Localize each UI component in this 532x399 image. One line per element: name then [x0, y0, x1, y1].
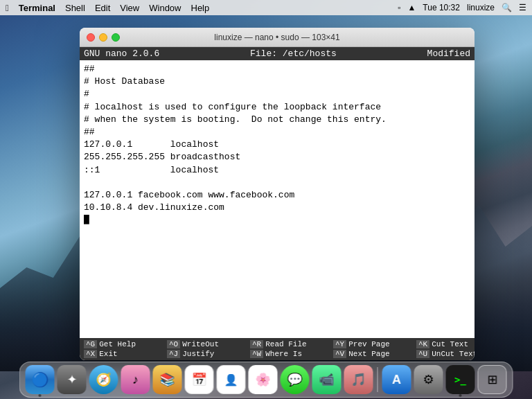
menu-window[interactable]: Window: [149, 3, 181, 13]
dock-finder[interactable]: 🔵: [26, 365, 55, 394]
shortcut-key-w: ^W: [250, 350, 263, 358]
nano-modified: Modified: [427, 48, 470, 59]
shortcut-label-readfile: Read File: [265, 340, 306, 348]
dock-ibooks[interactable]: 📚: [153, 365, 182, 394]
minimize-button[interactable]: [99, 33, 107, 42]
shortcut-key-r: ^R: [250, 340, 263, 348]
shortcut-label-exit: Exit: [99, 350, 117, 358]
desktop:  Terminal Shell Edit View Window Help ▫…: [0, 0, 532, 399]
shortcut-key-k: ^K: [416, 340, 429, 348]
shortcut-next-page: ^V Next Page: [332, 349, 415, 359]
shortcut-key-j: ^J: [167, 350, 180, 358]
shortcut-label-writeout: WriteOut: [182, 340, 219, 348]
menu-icon[interactable]: ☰: [519, 3, 526, 12]
terminal-window: linuxize — nano • sudo — 103×41 GNU nano…: [80, 28, 475, 360]
shortcut-key-u: ^U: [416, 350, 429, 358]
dock-grid[interactable]: ⊞: [478, 365, 507, 394]
nano-version: GNU nano 2.0.6: [84, 48, 159, 59]
menu-terminal[interactable]: Terminal: [19, 3, 55, 13]
shortcut-key-x: ^X: [84, 350, 97, 358]
dock-terminal[interactable]: >_: [446, 365, 475, 394]
dock-contacts[interactable]: 👤: [217, 365, 246, 394]
menubar:  Terminal Shell Edit View Window Help ▫…: [0, 0, 532, 15]
close-button[interactable]: [87, 33, 95, 42]
menu-view[interactable]: View: [120, 3, 139, 13]
nano-footer: ^G Get Help ^O WriteOut ^R Read File ^Y …: [80, 338, 475, 360]
dock-appstore[interactable]: A: [382, 365, 411, 394]
dock-systemprefs[interactable]: ⚙: [414, 365, 443, 394]
shortcut-label-cuttext: Cut Text: [432, 340, 468, 348]
screen-share-icon: ▫️: [398, 3, 400, 12]
shortcut-label-whereis: Where Is: [265, 350, 302, 358]
terminal-titlebar: linuxize — nano • sudo — 103×41: [80, 28, 475, 47]
menubar-left:  Terminal Shell Edit View Window Help: [6, 3, 209, 13]
menubar-right: ▫️ ▲ Tue 10:32 linuxize 🔍 ☰: [398, 3, 526, 12]
nano-filename: File: /etc/hosts: [250, 48, 337, 59]
dock: 🔵 ✦ 🧭 ♪ 📚 📅 👤 🌸 💬: [19, 362, 513, 398]
shortcut-where-is: ^W Where Is: [249, 349, 332, 359]
shortcut-key-y: ^Y: [333, 340, 346, 348]
search-icon[interactable]: 🔍: [502, 3, 512, 12]
shortcut-row-2: ^X Exit ^J Justify ^W Where Is ^V Next P…: [82, 349, 472, 359]
shortcut-uncut-text: ^U UnCut Text: [415, 349, 475, 359]
dock-calendar[interactable]: 📅: [185, 365, 214, 394]
menu-help[interactable]: Help: [191, 3, 210, 13]
shortcut-get-help: ^G Get Help: [82, 339, 166, 349]
window-title: linuxize — nano • sudo — 103×41: [214, 33, 339, 42]
file-content: ## # Host Database # # localhost is used…: [84, 63, 470, 227]
nano-header: GNU nano 2.0.6 File: /etc/hosts Modified: [80, 47, 475, 60]
shortcut-exit: ^X Exit: [82, 349, 166, 359]
shortcut-read-file: ^R Read File: [249, 339, 332, 349]
shortcut-writeout: ^O WriteOut: [166, 339, 249, 349]
traffic-lights: [87, 33, 120, 42]
dock-launchpad[interactable]: ✦: [57, 365, 87, 394]
nano-content-area[interactable]: ## # Host Database # # localhost is used…: [80, 60, 475, 338]
shortcut-key-g: ^G: [84, 340, 97, 348]
dock-divider: [378, 367, 378, 392]
shortcut-prev-page: ^Y Prev Page: [332, 339, 415, 349]
clock: Tue 10:32: [423, 3, 460, 12]
dock-itunes[interactable]: ♪: [121, 365, 150, 394]
wifi-icon: ▲: [407, 3, 416, 12]
finder-active-dot: [39, 394, 42, 397]
dock-messages[interactable]: 💬: [281, 365, 310, 394]
dock-photos[interactable]: 🌸: [249, 365, 278, 394]
shortcut-label-nextpage: Next Page: [348, 350, 389, 358]
apple-menu[interactable]: : [6, 3, 9, 13]
menu-edit[interactable]: Edit: [95, 3, 110, 13]
terminal-active-dot: [459, 394, 462, 397]
menu-shell[interactable]: Shell: [65, 3, 85, 13]
username: linuxize: [467, 3, 495, 12]
dock-safari[interactable]: 🧭: [89, 365, 118, 394]
dock-music[interactable]: 🎵: [344, 365, 373, 394]
dock-facetime[interactable]: 📹: [312, 365, 342, 394]
shortcut-justify: ^J Justify: [166, 349, 249, 359]
shortcut-label-help: Get Help: [99, 340, 136, 348]
shortcut-label-justify: Justify: [182, 350, 214, 358]
shortcut-key-v: ^V: [333, 350, 346, 358]
shortcut-row-1: ^G Get Help ^O WriteOut ^R Read File ^Y …: [82, 339, 472, 349]
maximize-button[interactable]: [112, 33, 120, 42]
shortcut-cut-text: ^K Cut Text: [415, 339, 475, 349]
shortcut-label-uncuttext: UnCut Text: [432, 350, 475, 358]
shortcut-key-o: ^O: [167, 340, 180, 348]
shortcut-label-prevpage: Prev Page: [348, 340, 389, 348]
